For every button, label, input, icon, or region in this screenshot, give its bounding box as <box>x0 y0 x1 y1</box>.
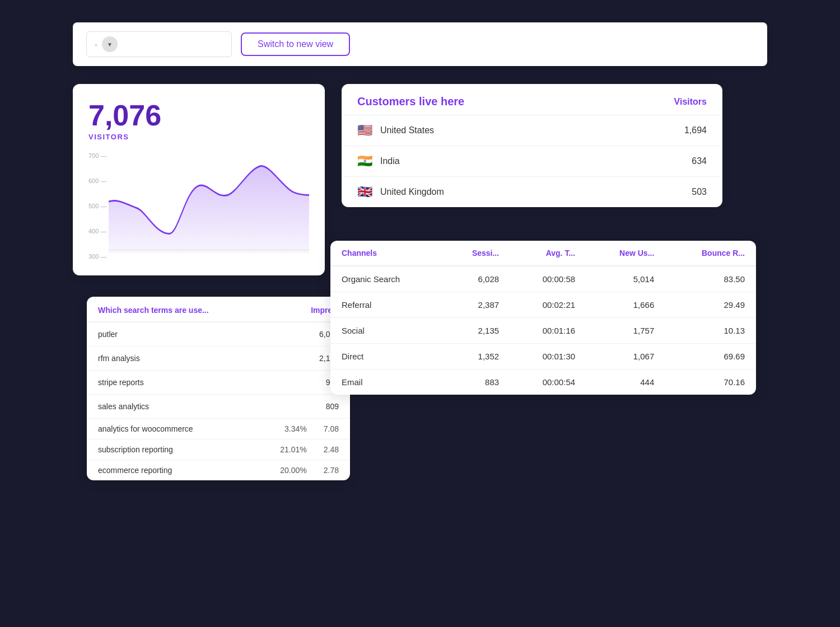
channel-new-users: 1,757 <box>586 318 665 344</box>
channels-table: Channels Sessi... Avg. T... New Us... Bo… <box>330 241 756 395</box>
customers-header: Customers live here Visitors <box>342 84 722 115</box>
channel-new-users: 1,666 <box>586 292 665 318</box>
search-header-title: Which search terms are use... <box>98 306 209 315</box>
chart-y-labels: 700 — 600 — 500 — 400 — 300 — <box>88 150 106 262</box>
country-name-us: United States <box>380 125 684 135</box>
search-term-row: putler 6,068 <box>87 322 350 347</box>
channel-name: Social <box>330 318 442 344</box>
top-bar: - ▼ Switch to new view <box>73 22 767 66</box>
search-term-text: rfm analysis <box>98 354 140 363</box>
country-visitors-us: 1,694 <box>684 125 707 135</box>
channels-card: Channels Sessi... Avg. T... New Us... Bo… <box>330 241 756 395</box>
country-row-uk: 🇬🇧 United Kingdom 503 <box>342 177 722 207</box>
channel-new-users: 5,014 <box>586 266 665 292</box>
channels-header-row: Channels Sessi... Avg. T... New Us... Bo… <box>330 241 756 266</box>
chart-svg <box>109 150 309 253</box>
channel-sessions: 2,387 <box>442 292 510 318</box>
channel-bounce: 29.49 <box>665 292 756 318</box>
customers-card: Customers live here Visitors 🇺🇸 United S… <box>342 84 722 207</box>
search-extra-term: analytics for woocommerce <box>98 424 193 433</box>
country-name-uk: United Kingdom <box>380 187 692 197</box>
country-row-india: 🇮🇳 India 634 <box>342 146 722 177</box>
flag-india: 🇮🇳 <box>357 154 372 169</box>
channel-new-users: 1,067 <box>586 344 665 369</box>
search-terms-card: Which search terms are use... Impre... p… <box>87 297 350 480</box>
flag-us: 🇺🇸 <box>357 123 372 138</box>
visitors-chart: 700 — 600 — 500 — 400 — 300 — <box>88 150 309 262</box>
visitors-label: VISITORS <box>88 133 309 141</box>
search-term-count: 809 <box>326 402 339 411</box>
search-term-row: stripe reports 932 <box>87 371 350 395</box>
col-avg-time: Avg. T... <box>510 241 586 266</box>
search-term-text: sales analytics <box>98 402 149 411</box>
search-extra-row: subscription reporting 21.01% 2.48 <box>87 439 350 460</box>
search-extra-row: analytics for woocommerce 3.34% 7.08 <box>87 419 350 439</box>
channel-name: Organic Search <box>330 266 442 292</box>
channel-bounce: 70.16 <box>665 369 756 395</box>
search-extra-term: ecommerce reporting <box>98 466 172 475</box>
channel-bounce: 69.69 <box>665 344 756 369</box>
flag-uk: 🇬🇧 <box>357 185 372 199</box>
channel-sessions: 1,352 <box>442 344 510 369</box>
channel-avg-time: 00:00:58 <box>510 266 586 292</box>
search-extra-term: subscription reporting <box>98 445 173 454</box>
channel-bounce: 10.13 <box>665 318 756 344</box>
search-terms-header: Which search terms are use... Impre... <box>87 297 350 322</box>
visitors-col-label: Visitors <box>674 97 707 107</box>
customers-title: Customers live here <box>357 95 464 108</box>
dropdown-arrow[interactable]: ▼ <box>102 36 118 52</box>
col-bounce: Bounce R... <box>665 241 756 266</box>
search-extra-vals: 21.01% 2.48 <box>280 445 339 454</box>
col-channels: Channels <box>330 241 442 266</box>
country-name-india: India <box>380 156 692 166</box>
country-visitors-uk: 503 <box>692 187 707 197</box>
input-dash: - <box>95 40 97 49</box>
visitors-card: 7,076 VISITORS 700 — 600 — 500 — 400 — 3… <box>73 84 325 275</box>
table-row: Organic Search 6,028 00:00:58 5,014 83.5… <box>330 266 756 292</box>
channel-bounce: 83.50 <box>665 266 756 292</box>
channel-name: Direct <box>330 344 442 369</box>
table-row: Social 2,135 00:01:16 1,757 10.13 <box>330 318 756 344</box>
channel-new-users: 444 <box>586 369 665 395</box>
switch-view-button[interactable]: Switch to new view <box>241 32 350 56</box>
search-extra-vals: 3.34% 7.08 <box>284 424 339 433</box>
country-row-us: 🇺🇸 United States 1,694 <box>342 115 722 146</box>
search-extra-row: ecommerce reporting 20.00% 2.78 <box>87 460 350 480</box>
channel-name: Referral <box>330 292 442 318</box>
search-term-text: stripe reports <box>98 378 144 387</box>
table-row: Direct 1,352 00:01:30 1,067 69.69 <box>330 344 756 369</box>
channel-avg-time: 00:01:16 <box>510 318 586 344</box>
channel-sessions: 6,028 <box>442 266 510 292</box>
search-term-row: sales analytics 809 <box>87 395 350 419</box>
channel-sessions: 2,135 <box>442 318 510 344</box>
channel-avg-time: 00:02:21 <box>510 292 586 318</box>
country-visitors-india: 634 <box>692 156 707 166</box>
col-sessions: Sessi... <box>442 241 510 266</box>
channel-sessions: 883 <box>442 369 510 395</box>
channel-avg-time: 00:00:54 <box>510 369 586 395</box>
search-input-wrapper: - ▼ <box>86 31 232 57</box>
table-row: Referral 2,387 00:02:21 1,666 29.49 <box>330 292 756 318</box>
table-row: Email 883 00:00:54 444 70.16 <box>330 369 756 395</box>
channel-avg-time: 00:01:30 <box>510 344 586 369</box>
search-extra-vals: 20.00% 2.78 <box>280 466 339 475</box>
channel-name: Email <box>330 369 442 395</box>
col-new-users: New Us... <box>586 241 665 266</box>
visitors-number: 7,076 <box>88 100 309 132</box>
search-term-row: rfm analysis 2,174 <box>87 347 350 371</box>
search-term-text: putler <box>98 330 118 339</box>
